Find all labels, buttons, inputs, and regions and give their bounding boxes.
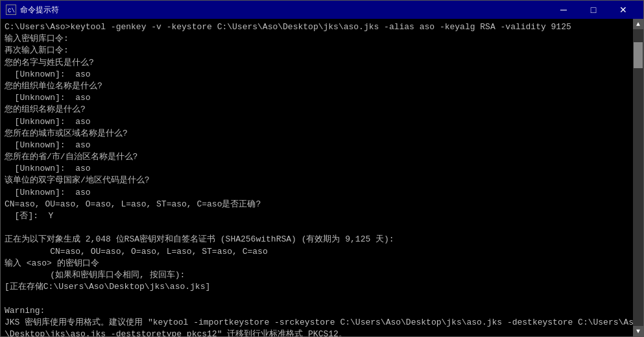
terminal-line: 输入密钥库口令: (5, 33, 639, 45)
terminal-line (5, 222, 639, 234)
terminal-line: 正在为以下对象生成 2,048 位RSA密钥对和自签名证书 (SHA256wit… (5, 234, 639, 245)
titlebar: C\ 命令提示符 ─ □ ✕ (1, 1, 643, 19)
window-title: 命令提示符 (20, 5, 59, 16)
terminal-line: 再次输入新口令: (5, 45, 639, 56)
terminal-line: [Unknown]: aso (5, 116, 639, 128)
scroll-up-arrow[interactable]: ▲ (633, 19, 643, 29)
terminal-line: 您的名字与姓氏是什么? (5, 57, 639, 69)
terminal-line: [Unknown]: aso (5, 69, 639, 81)
svg-text:C\: C\ (8, 8, 15, 14)
scroll-down-arrow[interactable]: ▼ (633, 326, 643, 336)
cmd-window: C\ 命令提示符 ─ □ ✕ C:\Users\Aso>keytool -gen… (0, 0, 644, 337)
terminal-line: 您所在的城市或区域名称是什么? (5, 128, 639, 140)
minimize-button[interactable]: ─ (549, 1, 578, 19)
terminal-line: CN=aso, OU=aso, O=aso, L=aso, ST=aso, C=… (5, 246, 639, 258)
terminal-line: C:\Users\Aso>keytool -genkey -v -keystor… (5, 21, 639, 33)
terminal-line: [Unknown]: aso (5, 187, 639, 199)
terminal-line (5, 293, 639, 305)
terminal-line: [Unknown]: aso (5, 92, 639, 104)
terminal-line: [否]: Y (5, 210, 639, 222)
terminal-line: CN=aso, OU=aso, O=aso, L=aso, ST=aso, C=… (5, 199, 639, 210)
titlebar-left: C\ 命令提示符 (6, 5, 59, 16)
cmd-icon: C\ (6, 5, 16, 15)
terminal-output: C:\Users\Aso>keytool -genkey -v -keystor… (5, 21, 639, 336)
terminal-line: (如果和密钥库口令相同, 按回车): (5, 269, 639, 281)
terminal-line: [正在存储C:\Users\Aso\Desktop\jks\aso.jks] (5, 281, 639, 293)
terminal-line: 该单位的双字母国家/地区代码是什么? (5, 175, 639, 186)
terminal-content[interactable]: C:\Users\Aso>keytool -genkey -v -keystor… (1, 19, 643, 336)
maximize-button[interactable]: □ (578, 1, 608, 19)
terminal-line: [Unknown]: aso (5, 163, 639, 175)
terminal-line: 您的组织名称是什么? (5, 104, 639, 116)
terminal-line: 您所在的省/市/自治区名称是什么? (5, 151, 639, 163)
terminal-line: 您的组织单位名称是什么? (5, 81, 639, 92)
terminal-line: [Unknown]: aso (5, 140, 639, 151)
window-controls: ─ □ ✕ (549, 1, 638, 19)
terminal-line: JKS 密钥库使用专用格式。建议使用 "keytool -importkeyst… (5, 317, 639, 336)
terminal-line: 输入 <aso> 的密钥口令 (5, 258, 639, 269)
scrollbar[interactable]: ▲ ▼ (633, 19, 643, 336)
close-button[interactable]: ✕ (608, 1, 638, 19)
terminal-line: Warning: (5, 305, 639, 317)
scroll-thumb[interactable] (634, 42, 643, 68)
